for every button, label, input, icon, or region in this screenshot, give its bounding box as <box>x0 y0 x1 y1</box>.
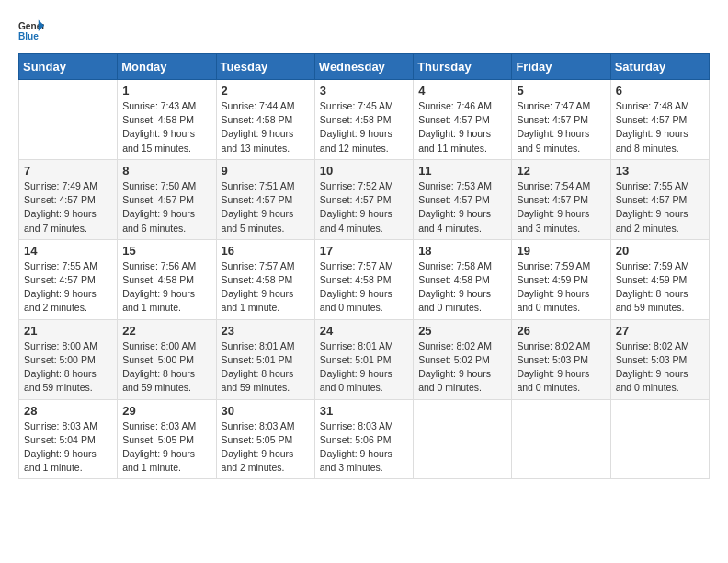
day-info: Sunrise: 7:56 AM Sunset: 4:58 PM Dayligh… <box>122 259 210 316</box>
day-info: Sunrise: 7:55 AM Sunset: 4:57 PM Dayligh… <box>24 259 112 316</box>
calendar-cell: 10Sunrise: 7:52 AM Sunset: 4:57 PM Dayli… <box>314 159 413 239</box>
day-number: 5 <box>517 84 605 98</box>
day-number: 25 <box>418 324 506 338</box>
day-info: Sunrise: 7:50 AM Sunset: 4:57 PM Dayligh… <box>122 179 210 236</box>
day-number: 28 <box>24 404 112 418</box>
logo-icon: General Blue <box>18 18 44 44</box>
calendar-cell: 5Sunrise: 7:47 AM Sunset: 4:57 PM Daylig… <box>512 80 610 160</box>
day-number: 8 <box>122 164 210 178</box>
calendar-cell: 20Sunrise: 7:59 AM Sunset: 4:59 PM Dayli… <box>610 239 709 319</box>
calendar-cell: 22Sunrise: 8:00 AM Sunset: 5:00 PM Dayli… <box>118 319 216 399</box>
calendar-cell: 17Sunrise: 7:57 AM Sunset: 4:58 PM Dayli… <box>314 239 413 319</box>
calendar-cell: 25Sunrise: 8:02 AM Sunset: 5:02 PM Dayli… <box>414 319 512 399</box>
day-info: Sunrise: 7:52 AM Sunset: 4:57 PM Dayligh… <box>320 179 408 236</box>
calendar-cell: 1Sunrise: 7:43 AM Sunset: 4:58 PM Daylig… <box>118 80 216 160</box>
day-of-week-header: Sunday <box>19 54 118 80</box>
day-info: Sunrise: 8:00 AM Sunset: 5:00 PM Dayligh… <box>24 339 112 396</box>
day-number: 19 <box>517 244 605 258</box>
calendar-cell: 15Sunrise: 7:56 AM Sunset: 4:58 PM Dayli… <box>118 239 216 319</box>
calendar-cell: 8Sunrise: 7:50 AM Sunset: 4:57 PM Daylig… <box>118 159 216 239</box>
day-number: 10 <box>320 164 408 178</box>
calendar-cell: 18Sunrise: 7:58 AM Sunset: 4:58 PM Dayli… <box>414 239 512 319</box>
day-number: 11 <box>418 164 506 178</box>
day-number: 22 <box>122 324 210 338</box>
day-number: 18 <box>418 244 506 258</box>
day-number: 12 <box>517 164 605 178</box>
day-info: Sunrise: 7:47 AM Sunset: 4:57 PM Dayligh… <box>517 99 605 155</box>
day-info: Sunrise: 7:51 AM Sunset: 4:57 PM Dayligh… <box>222 179 310 236</box>
calendar-header-row: SundayMondayTuesdayWednesdayThursdayFrid… <box>19 54 710 80</box>
calendar-cell <box>512 399 610 479</box>
day-number: 15 <box>122 244 210 258</box>
calendar-cell <box>19 80 118 160</box>
calendar-body: 1Sunrise: 7:43 AM Sunset: 4:58 PM Daylig… <box>19 80 710 479</box>
day-number: 16 <box>222 244 310 258</box>
day-number: 6 <box>616 84 704 98</box>
day-number: 30 <box>222 404 310 418</box>
day-info: Sunrise: 7:59 AM Sunset: 4:59 PM Dayligh… <box>616 259 704 316</box>
day-info: Sunrise: 8:02 AM Sunset: 5:03 PM Dayligh… <box>517 339 605 396</box>
day-number: 27 <box>616 324 704 338</box>
day-of-week-header: Saturday <box>610 54 709 80</box>
day-info: Sunrise: 7:45 AM Sunset: 4:58 PM Dayligh… <box>320 99 408 155</box>
day-number: 23 <box>222 324 310 338</box>
day-info: Sunrise: 7:46 AM Sunset: 4:57 PM Dayligh… <box>418 99 506 155</box>
calendar-cell: 16Sunrise: 7:57 AM Sunset: 4:58 PM Dayli… <box>216 239 314 319</box>
calendar-week-row: 1Sunrise: 7:43 AM Sunset: 4:58 PM Daylig… <box>19 80 710 160</box>
day-info: Sunrise: 8:02 AM Sunset: 5:02 PM Dayligh… <box>418 339 506 396</box>
day-info: Sunrise: 7:57 AM Sunset: 4:58 PM Dayligh… <box>320 259 408 316</box>
calendar-cell: 3Sunrise: 7:45 AM Sunset: 4:58 PM Daylig… <box>314 80 413 160</box>
calendar-cell: 6Sunrise: 7:48 AM Sunset: 4:57 PM Daylig… <box>610 80 709 160</box>
day-info: Sunrise: 7:59 AM Sunset: 4:59 PM Dayligh… <box>517 259 605 316</box>
logo: General Blue <box>18 18 44 44</box>
calendar-cell: 31Sunrise: 8:03 AM Sunset: 5:06 PM Dayli… <box>314 399 413 479</box>
day-info: Sunrise: 8:03 AM Sunset: 5:06 PM Dayligh… <box>320 419 408 476</box>
day-info: Sunrise: 7:48 AM Sunset: 4:57 PM Dayligh… <box>616 99 704 155</box>
calendar-cell: 26Sunrise: 8:02 AM Sunset: 5:03 PM Dayli… <box>512 319 610 399</box>
day-number: 24 <box>320 324 408 338</box>
calendar-cell: 12Sunrise: 7:54 AM Sunset: 4:57 PM Dayli… <box>512 159 610 239</box>
day-info: Sunrise: 7:54 AM Sunset: 4:57 PM Dayligh… <box>517 179 605 236</box>
calendar-table: SundayMondayTuesdayWednesdayThursdayFrid… <box>18 53 710 479</box>
calendar-week-row: 7Sunrise: 7:49 AM Sunset: 4:57 PM Daylig… <box>19 159 710 239</box>
day-info: Sunrise: 8:02 AM Sunset: 5:03 PM Dayligh… <box>616 339 704 396</box>
day-number: 29 <box>122 404 210 418</box>
day-number: 7 <box>24 164 112 178</box>
day-info: Sunrise: 7:57 AM Sunset: 4:58 PM Dayligh… <box>222 259 310 316</box>
day-of-week-header: Monday <box>118 54 216 80</box>
calendar-cell: 21Sunrise: 8:00 AM Sunset: 5:00 PM Dayli… <box>19 319 118 399</box>
day-info: Sunrise: 8:01 AM Sunset: 5:01 PM Dayligh… <box>320 339 408 396</box>
day-number: 31 <box>320 404 408 418</box>
calendar-cell: 23Sunrise: 8:01 AM Sunset: 5:01 PM Dayli… <box>216 319 314 399</box>
day-number: 17 <box>320 244 408 258</box>
calendar-cell: 14Sunrise: 7:55 AM Sunset: 4:57 PM Dayli… <box>19 239 118 319</box>
day-info: Sunrise: 7:55 AM Sunset: 4:57 PM Dayligh… <box>616 179 704 236</box>
day-info: Sunrise: 8:00 AM Sunset: 5:00 PM Dayligh… <box>122 339 210 396</box>
calendar-cell: 9Sunrise: 7:51 AM Sunset: 4:57 PM Daylig… <box>216 159 314 239</box>
svg-text:Blue: Blue <box>18 31 39 41</box>
day-number: 3 <box>320 84 408 98</box>
day-number: 1 <box>122 84 210 98</box>
day-info: Sunrise: 7:43 AM Sunset: 4:58 PM Dayligh… <box>122 99 210 155</box>
day-info: Sunrise: 8:03 AM Sunset: 5:04 PM Dayligh… <box>24 419 112 476</box>
calendar-week-row: 14Sunrise: 7:55 AM Sunset: 4:57 PM Dayli… <box>19 239 710 319</box>
day-of-week-header: Wednesday <box>314 54 413 80</box>
day-of-week-header: Friday <box>512 54 610 80</box>
day-info: Sunrise: 8:03 AM Sunset: 5:05 PM Dayligh… <box>222 419 310 476</box>
day-info: Sunrise: 8:01 AM Sunset: 5:01 PM Dayligh… <box>222 339 310 396</box>
day-info: Sunrise: 7:58 AM Sunset: 4:58 PM Dayligh… <box>418 259 506 316</box>
calendar-cell: 30Sunrise: 8:03 AM Sunset: 5:05 PM Dayli… <box>216 399 314 479</box>
calendar-cell: 19Sunrise: 7:59 AM Sunset: 4:59 PM Dayli… <box>512 239 610 319</box>
day-number: 13 <box>616 164 704 178</box>
day-number: 21 <box>24 324 112 338</box>
day-number: 26 <box>517 324 605 338</box>
calendar-week-row: 21Sunrise: 8:00 AM Sunset: 5:00 PM Dayli… <box>19 319 710 399</box>
day-number: 4 <box>418 84 506 98</box>
calendar-cell <box>414 399 512 479</box>
calendar-cell: 13Sunrise: 7:55 AM Sunset: 4:57 PM Dayli… <box>610 159 709 239</box>
day-info: Sunrise: 7:53 AM Sunset: 4:57 PM Dayligh… <box>418 179 506 236</box>
page-header: General Blue <box>18 18 710 44</box>
day-info: Sunrise: 7:44 AM Sunset: 4:58 PM Dayligh… <box>222 99 310 155</box>
calendar-cell: 7Sunrise: 7:49 AM Sunset: 4:57 PM Daylig… <box>19 159 118 239</box>
calendar-cell: 24Sunrise: 8:01 AM Sunset: 5:01 PM Dayli… <box>314 319 413 399</box>
